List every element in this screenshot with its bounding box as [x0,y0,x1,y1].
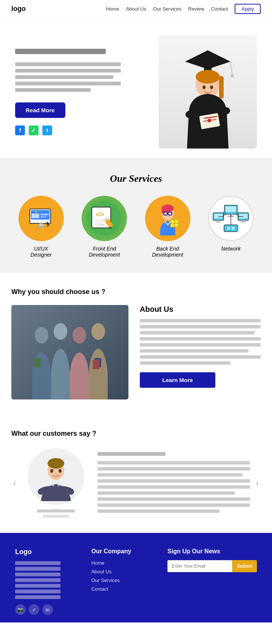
nav-links: Home About Us Our Services Review Contac… [106,4,261,14]
footer-link-about[interactable]: About Us [91,569,156,574]
service-network-label: Network [221,246,241,252]
test-line-1 [97,461,250,464]
video-placeholder[interactable] [11,305,128,399]
footer-logo-col: Logo 📷 ✓ in [15,548,80,615]
svg-point-18 [35,211,37,212]
footer-link-contact[interactable]: Contact [91,586,156,592]
network-icon [208,196,253,241]
nav-services[interactable]: Our Services [153,6,181,12]
social-icons: f ✓ t [15,125,144,135]
about-line-4 [140,337,261,341]
svg-rect-57 [239,214,247,218]
footer-link-home[interactable]: Home [91,560,156,566]
nav-contact[interactable]: Contact [211,6,228,12]
next-testimonial-button[interactable]: › [254,478,261,488]
svg-rect-59 [241,221,246,223]
svg-rect-23 [39,223,43,226]
about-line-7 [140,355,261,359]
footer-instagram-icon[interactable]: 📷 [15,604,26,615]
nav-review[interactable]: Review [188,6,204,12]
service-backend: Back EndDevelopment [139,196,196,258]
newsletter-submit-button[interactable]: Submit [232,560,257,572]
read-more-button[interactable]: Read More [15,102,65,118]
testimonials-section: What our customers say ? ‹ [0,415,272,533]
svg-point-4 [231,74,234,77]
testimonial-card [22,448,250,518]
footer-social-icons: 📷 ✓ in [15,604,80,615]
about-title: About Us [140,305,261,314]
svg-point-6 [196,70,220,84]
footer-linkedin-icon[interactable]: in [42,604,53,615]
footer-grid: Logo 📷 ✓ in Our Company Home About Us [15,548,257,615]
hero-line-5 [15,88,91,92]
svg-rect-74 [34,358,41,367]
avatar-role-bar [43,515,69,518]
service-frontend: </> Front EndDevelopment [76,196,133,258]
svg-rect-24 [36,226,46,228]
whatsapp-icon[interactable]: ✓ [29,125,39,135]
svg-rect-76 [93,360,99,369]
svg-rect-21 [40,214,49,215]
about-description [140,319,261,365]
hero-line-2 [15,69,121,73]
footer-link-services[interactable]: Our Services [91,577,156,583]
svg-rect-22 [40,216,46,218]
test-line-5 [97,485,250,489]
footer: Logo 📷 ✓ in Our Company Home About Us [0,533,272,622]
avatar-circle [28,448,84,505]
svg-point-13 [210,85,213,89]
services-section: Our Services [0,158,272,273]
svg-rect-49 [226,206,236,212]
twitter-icon[interactable]: t [42,125,52,135]
graduation-image [159,35,257,149]
services-title: Our Services [11,173,261,184]
svg-point-17 [33,211,34,212]
hero-line-4 [15,82,121,85]
svg-point-70 [35,327,48,344]
newsletter-form: Submit [167,560,257,572]
service-uiux: UI/UXDesigner [13,196,70,258]
nav-home[interactable]: Home [106,6,119,12]
prev-testimonial-button[interactable]: ‹ [11,478,18,488]
nav-about[interactable]: About Us [126,6,146,12]
svg-rect-20 [32,214,39,218]
about-section: About Us Learn More [140,305,261,388]
navbar: logo Home About Us Our Services Review C… [0,0,272,18]
svg-rect-29 [94,220,105,221]
svg-rect-41 [162,208,165,214]
hero-text: Read More f ✓ t [15,49,151,135]
hero-line-3 [15,75,113,79]
learn-more-button[interactable]: Learn More [140,372,215,388]
newsletter-email-input[interactable] [167,560,232,572]
svg-point-71 [54,323,67,340]
about-line-5 [140,343,261,347]
svg-point-80 [50,469,53,473]
facebook-icon[interactable]: f [15,125,25,135]
svg-point-68 [223,212,226,214]
footer-whatsapp-icon[interactable]: ✓ [29,604,39,615]
test-line-3 [97,473,243,477]
about-line-3 [140,331,255,334]
svg-text:</>: </> [96,211,104,218]
test-line-8 [97,503,250,507]
testimonial-avatar-wrap [22,448,90,518]
about-line-2 [140,325,261,328]
testimonials-title: What our customers say ? [11,430,261,438]
nav-logo: logo [11,5,26,13]
svg-rect-64 [224,225,238,232]
test-line-7 [97,497,250,501]
service-network: Network [202,196,259,252]
svg-rect-7 [219,76,224,99]
services-grid: UI/UXDesigner </> [11,196,261,258]
test-line-2 [97,467,250,471]
footer-bar-4 [15,578,60,582]
footer-bar-3 [15,573,60,576]
hero-line-1 [15,62,121,66]
apply-button[interactable]: Apply [235,4,261,14]
footer-bar-7 [15,595,60,599]
footer-bar-2 [15,567,60,571]
why-section: Why you should choose us ? [0,273,272,415]
footer-newsletter-col: Sign Up Our News Submit [167,548,257,615]
why-title: Why you should choose us ? [11,288,261,296]
uiux-icon [19,196,64,241]
